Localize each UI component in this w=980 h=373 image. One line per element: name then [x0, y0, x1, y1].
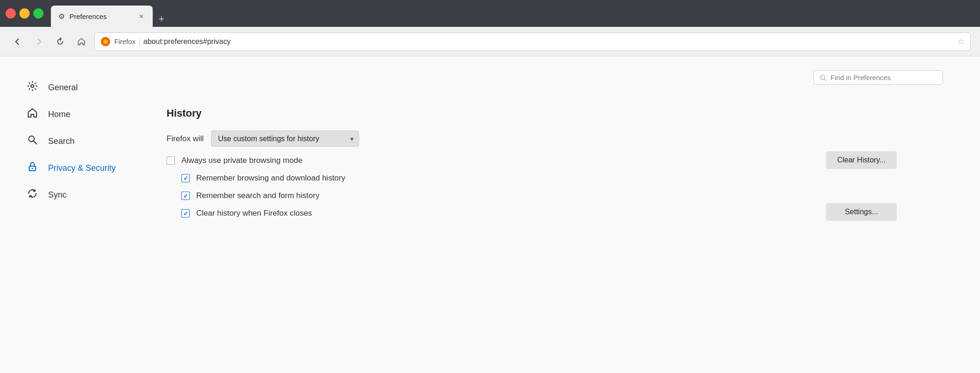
find-bar-container — [813, 70, 943, 85]
firefox-logo-icon — [100, 37, 111, 47]
address-divider — [139, 37, 140, 46]
firefox-will-label: Firefox will — [167, 134, 204, 143]
sidebar-item-home-label: Home — [48, 110, 70, 119]
preferences-tab-title: Preferences — [69, 12, 107, 20]
back-button[interactable] — [9, 33, 26, 50]
minimize-button[interactable] — [19, 8, 30, 19]
sidebar-item-privacy-label: Privacy & Security — [48, 163, 116, 173]
browsing-history-label: Remember browsing and download history — [196, 174, 345, 183]
sidebar-item-sync[interactable]: Sync — [19, 182, 139, 207]
titlebar: ⚙ Preferences ✕ + — [0, 0, 980, 27]
home-button[interactable] — [73, 33, 90, 50]
firefox-will-row: Firefox will Remember history Never reme… — [167, 131, 952, 147]
clear-history-button[interactable]: Clear History... — [826, 151, 897, 169]
history-dropdown[interactable]: Remember history Never remember history … — [211, 131, 359, 147]
firefox-label: Firefox — [114, 37, 136, 45]
sidebar-item-general-label: General — [48, 83, 78, 93]
checkboxes-area: Always use private browsing mode Remembe… — [167, 156, 952, 218]
settings-button[interactable]: Settings... — [826, 203, 897, 221]
history-section-title: History — [167, 107, 952, 119]
preferences-tab[interactable]: ⚙ Preferences ✕ — [51, 6, 153, 27]
svg-point-6 — [32, 168, 33, 169]
search-icon — [26, 134, 39, 148]
preferences-tab-icon: ⚙ — [58, 12, 65, 21]
bookmark-star-icon[interactable]: ☆ — [957, 37, 965, 47]
clear-on-close-checkbox[interactable] — [181, 209, 190, 218]
svg-point-2 — [104, 40, 107, 43]
tab-close-button[interactable]: ✕ — [137, 12, 145, 20]
sidebar-item-home[interactable]: Home — [19, 102, 139, 127]
forward-button[interactable] — [31, 33, 47, 50]
private-mode-checkbox[interactable] — [167, 156, 175, 165]
sidebar-item-search[interactable]: Search — [19, 129, 139, 154]
sidebar-item-privacy[interactable]: Privacy & Security — [19, 155, 139, 180]
sidebar: General Home Search — [0, 56, 139, 373]
page: General Home Search — [0, 56, 980, 373]
private-mode-label: Always use private browsing mode — [181, 156, 303, 165]
sync-icon — [26, 188, 39, 202]
lock-icon — [26, 161, 39, 175]
new-tab-button[interactable]: + — [154, 11, 169, 27]
home-icon — [26, 107, 39, 121]
traffic-lights — [6, 8, 43, 19]
address-input[interactable] — [143, 37, 954, 46]
sidebar-item-general[interactable]: General — [19, 75, 139, 100]
tab-bar: ⚙ Preferences ✕ + — [51, 0, 974, 27]
right-buttons: Clear History... Settings... — [826, 151, 897, 221]
svg-point-4 — [29, 136, 34, 142]
browsing-history-checkbox[interactable] — [181, 174, 190, 182]
address-bar: Firefox ☆ — [94, 32, 971, 51]
maximize-button[interactable] — [33, 8, 43, 19]
search-form-label: Remember search and form history — [196, 191, 319, 200]
sidebar-item-sync-label: Sync — [48, 190, 67, 200]
find-bar — [813, 70, 943, 85]
reload-button[interactable] — [52, 33, 68, 50]
clear-on-close-label: Clear history when Firefox closes — [196, 209, 312, 218]
find-search-icon — [819, 74, 827, 81]
search-form-checkbox[interactable] — [181, 192, 190, 200]
gear-icon — [26, 81, 39, 94]
find-preferences-input[interactable] — [831, 74, 937, 81]
close-button[interactable] — [6, 8, 16, 19]
sidebar-item-search-label: Search — [48, 137, 74, 146]
history-select-wrapper: Remember history Never remember history … — [211, 131, 359, 147]
navbar: Firefox ☆ — [0, 27, 980, 56]
main-content: History Firefox will Remember history Ne… — [139, 56, 980, 373]
svg-point-3 — [31, 85, 34, 87]
